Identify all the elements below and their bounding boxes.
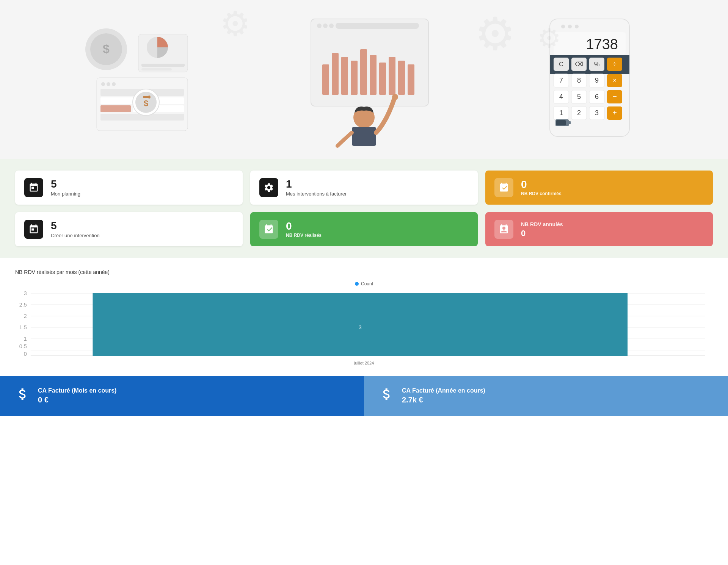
legend-dot xyxy=(355,282,359,286)
planning-number: 5 xyxy=(51,178,80,190)
svg-text:0.5: 0.5 xyxy=(19,343,27,349)
svg-rect-23 xyxy=(336,23,419,29)
rdv-realises-number: 0 xyxy=(286,221,322,232)
svg-text:0: 0 xyxy=(24,351,27,357)
svg-point-21 xyxy=(323,23,328,28)
chart-svg: 3 2.5 2 1.5 1 0.5 0 3 xyxy=(15,290,713,358)
svg-rect-30 xyxy=(379,63,386,95)
ca-mois-title: CA Facturé (Mois en cours) xyxy=(38,387,116,394)
svg-rect-29 xyxy=(370,55,377,95)
chart-x-label: juillet 2024 xyxy=(15,361,713,365)
svg-rect-31 xyxy=(389,57,395,95)
rdv-confirmes-number: 0 xyxy=(521,179,562,191)
bottom-cards: CA Facturé (Mois en cours) 0 € CA Factur… xyxy=(0,376,728,416)
svg-text:1.5: 1.5 xyxy=(19,324,27,330)
svg-text:3: 3 xyxy=(24,290,27,296)
rdv-annules-icon xyxy=(494,220,513,239)
svg-point-22 xyxy=(329,23,334,28)
rdv-annules-card[interactable]: NB RDV annulés 0 xyxy=(485,212,713,246)
hero-section: ⚙ ⚙ ⚙ $ xyxy=(0,0,728,159)
svg-rect-27 xyxy=(351,61,358,95)
svg-text:⌫: ⌫ xyxy=(575,61,584,67)
svg-point-40 xyxy=(575,25,579,28)
svg-text:C: C xyxy=(559,61,563,67)
svg-text:+: + xyxy=(612,108,617,117)
ca-annee-value: 2.7k € xyxy=(402,396,485,404)
svg-rect-78 xyxy=(556,120,566,125)
gear-decoration-2: ⚙ xyxy=(537,23,561,54)
svg-text:7: 7 xyxy=(559,77,563,84)
legend-label: Count xyxy=(361,281,373,286)
svg-text:1: 1 xyxy=(24,336,27,342)
svg-text:2: 2 xyxy=(24,313,27,319)
svg-point-36 xyxy=(392,94,398,100)
svg-text:÷: ÷ xyxy=(613,60,617,68)
svg-text:2.5: 2.5 xyxy=(19,302,27,308)
planning-icon xyxy=(24,178,43,197)
hero-left-illustration: $ xyxy=(23,19,250,140)
ca-annee-title: CA Facturé (Année en cours) xyxy=(402,387,485,394)
hero-center-illustration xyxy=(250,11,478,148)
svg-rect-77 xyxy=(569,121,571,124)
svg-rect-28 xyxy=(360,49,367,95)
svg-point-8 xyxy=(101,82,105,86)
ca-mois-value: 0 € xyxy=(38,396,116,404)
svg-rect-26 xyxy=(341,57,348,95)
svg-text:9: 9 xyxy=(595,77,599,84)
rdv-annules-number: 0 xyxy=(521,229,563,238)
svg-text:6: 6 xyxy=(595,93,599,100)
svg-text:$: $ xyxy=(103,42,110,56)
ca-annee-card[interactable]: CA Facturé (Année en cours) 2.7k € xyxy=(364,376,728,416)
svg-point-9 xyxy=(107,82,110,86)
svg-text:1: 1 xyxy=(559,109,563,117)
gear-decoration-3: ⚙ xyxy=(220,4,251,44)
rdv-confirmes-icon xyxy=(494,178,513,197)
creer-number: 5 xyxy=(51,220,100,232)
chart-section: NB RDV réalisés par mois (cette année) C… xyxy=(0,258,728,376)
creer-icon xyxy=(24,220,43,239)
svg-text:8: 8 xyxy=(577,77,581,84)
rdv-confirmes-label: NB RDV confirmés xyxy=(521,191,562,196)
svg-text:2: 2 xyxy=(577,109,581,117)
gear-decoration-1: ⚙ xyxy=(475,8,516,60)
rdv-realises-label: NB RDV réalisés xyxy=(286,233,322,238)
chart-container: Count 3 2.5 2 1.5 1 0.5 0 3 xyxy=(15,281,713,365)
svg-text:4: 4 xyxy=(559,93,563,100)
svg-point-39 xyxy=(568,25,572,28)
chart-title: NB RDV réalisés par mois (cette année) xyxy=(15,269,713,275)
interventions-number: 1 xyxy=(286,178,347,190)
interventions-label: Mes interventions à facturer xyxy=(286,191,347,197)
svg-rect-33 xyxy=(408,64,414,95)
creer-label: Créer une intervention xyxy=(51,233,100,238)
svg-text:−: − xyxy=(612,92,617,100)
svg-point-20 xyxy=(317,23,322,28)
svg-text:1738: 1738 xyxy=(586,36,618,52)
svg-text:3: 3 xyxy=(359,324,362,330)
svg-rect-25 xyxy=(332,53,339,95)
ca-mois-icon xyxy=(15,387,30,405)
svg-text:×: × xyxy=(613,77,617,84)
creer-intervention-card[interactable]: 5 Créer une intervention xyxy=(15,212,243,246)
rdv-realises-icon xyxy=(259,220,278,239)
interventions-icon xyxy=(259,178,278,197)
svg-text:$: $ xyxy=(144,99,148,108)
rdv-realises-card[interactable]: 0 NB RDV réalisés xyxy=(250,212,478,246)
chart-legend: Count xyxy=(15,281,713,286)
svg-rect-35 xyxy=(352,127,376,146)
svg-text:3: 3 xyxy=(595,109,599,117)
rdv-confirmes-card[interactable]: 0 NB RDV confirmés xyxy=(485,171,713,205)
ca-mois-card[interactable]: CA Facturé (Mois en cours) 0 € xyxy=(0,376,364,416)
planning-card[interactable]: 5 Mon planning xyxy=(15,171,243,205)
svg-rect-5 xyxy=(141,64,185,67)
planning-label: Mon planning xyxy=(51,191,80,197)
svg-text:5: 5 xyxy=(577,93,581,100)
svg-rect-24 xyxy=(322,64,329,95)
dashboard-section: 5 Mon planning 1 Mes interventions à fac… xyxy=(0,159,728,258)
svg-point-38 xyxy=(561,25,565,28)
svg-text:%: % xyxy=(594,61,599,67)
svg-point-10 xyxy=(112,82,116,86)
interventions-card[interactable]: 1 Mes interventions à facturer xyxy=(250,171,478,205)
svg-rect-6 xyxy=(141,68,172,70)
svg-rect-32 xyxy=(398,61,405,95)
rdv-annules-title: NB RDV annulés xyxy=(521,221,563,227)
